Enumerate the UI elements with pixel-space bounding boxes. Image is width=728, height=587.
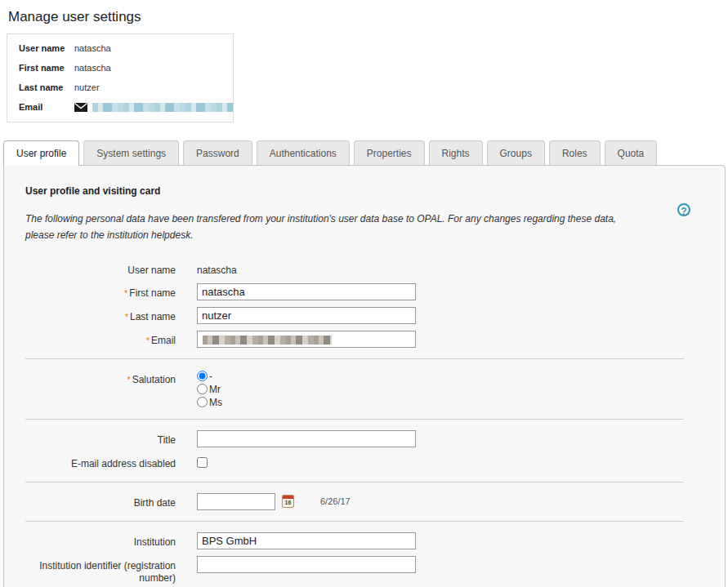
tab-rights[interactable]: Rights (429, 140, 483, 165)
tab-system-settings[interactable]: System settings (83, 140, 179, 165)
institution-id-label: Institution identifier (registration num… (24, 556, 176, 585)
summary-row: Last name nutzer (7, 78, 233, 97)
institution-label: Institution (24, 532, 176, 549)
summary-label: User name (19, 43, 74, 53)
salutation-radio[interactable] (197, 371, 208, 381)
birth-date-label: Birth date (24, 493, 176, 510)
help-icon[interactable]: ? (677, 203, 690, 216)
redacted-email-input-value (203, 336, 332, 345)
institution-id-input[interactable] (197, 556, 416, 573)
form-row-email-disabled: E-mail address disabled (24, 454, 705, 471)
user-name-value: natascha (197, 260, 237, 276)
summary-label: Email (19, 102, 74, 112)
required-marker: * (124, 288, 127, 298)
title-label: Title (24, 430, 176, 447)
summary-value: natascha (74, 43, 111, 53)
salutation-option[interactable]: Ms (197, 396, 222, 408)
email-input[interactable] (197, 331, 416, 348)
salutation-radio[interactable] (197, 384, 208, 394)
calendar-icon-day: 16 (283, 499, 293, 507)
divider (25, 358, 684, 359)
tab-quota[interactable]: Quota (605, 140, 658, 165)
user-summary-box: User name natascha First name natascha L… (7, 33, 234, 122)
required-marker: * (146, 336, 150, 345)
panel-description: The following personal data have been tr… (25, 211, 640, 244)
summary-label: First name (19, 63, 74, 73)
last-name-label: Last name (130, 311, 176, 322)
first-name-label: First name (129, 287, 176, 299)
form-row-institution: Institution (24, 532, 705, 549)
user-profile-panel: ? User profile and visiting card The fol… (3, 165, 726, 587)
form-row-email: *Email (24, 331, 705, 348)
panel-heading: User profile and visiting card (25, 185, 705, 197)
tab-user-profile[interactable]: User profile (3, 140, 79, 166)
salutation-option-label: Ms (209, 397, 222, 408)
divider (25, 419, 684, 420)
birth-date-format-hint: 6/26/17 (320, 496, 351, 506)
summary-row: Email (7, 97, 233, 117)
required-marker: * (127, 375, 130, 385)
summary-label: Last name (19, 82, 74, 92)
divider (25, 482, 684, 482)
tab-groups[interactable]: Groups (487, 140, 545, 165)
form-row-salutation: *Salutation - Mr Ms (24, 370, 705, 408)
user-name-label: User name (24, 260, 176, 278)
required-marker: * (125, 312, 128, 322)
form-row-birth-date: Birth date 16 6/26/17 (24, 493, 705, 510)
salutation-label: Salutation (132, 374, 176, 385)
summary-value: natascha (74, 63, 111, 73)
form-row-last-name: *Last name (24, 307, 705, 324)
title-input[interactable] (197, 430, 416, 447)
form-row-institution-id: Institution identifier (registration num… (24, 556, 705, 585)
form-row-user-name: User name natascha (24, 260, 705, 278)
tab-roles[interactable]: Roles (549, 140, 601, 165)
divider (25, 521, 684, 522)
tab-properties[interactable]: Properties (354, 140, 425, 165)
email-label: Email (151, 335, 176, 346)
summary-row: First name natascha (7, 58, 233, 78)
tab-authentications[interactable]: Authentications (257, 140, 350, 165)
salutation-option-label: Mr (209, 384, 221, 395)
summary-row: User name natascha (7, 38, 233, 58)
envelope-icon (74, 103, 87, 112)
salutation-option[interactable]: Mr (197, 383, 222, 395)
institution-input[interactable] (197, 532, 416, 549)
email-disabled-checkbox[interactable] (197, 457, 208, 468)
calendar-icon[interactable]: 16 (282, 495, 294, 508)
summary-value: nutzer (74, 82, 100, 92)
redacted-email-value (92, 103, 233, 112)
last-name-input[interactable] (197, 307, 416, 324)
form-row-first-name: *First name (24, 283, 705, 300)
salutation-radio[interactable] (197, 397, 208, 407)
first-name-input[interactable] (197, 283, 416, 300)
email-disabled-label: E-mail address disabled (24, 454, 176, 471)
tab-bar: User profile System settings Password Au… (3, 140, 728, 165)
salutation-radio-group: - Mr Ms (197, 370, 222, 408)
birth-date-input[interactable] (197, 493, 275, 510)
salutation-option-label: - (209, 371, 212, 382)
form-row-title: Title (24, 430, 705, 447)
tab-password[interactable]: Password (183, 140, 252, 165)
salutation-option[interactable]: - (197, 370, 222, 382)
page-title: Manage user settings (8, 9, 728, 25)
